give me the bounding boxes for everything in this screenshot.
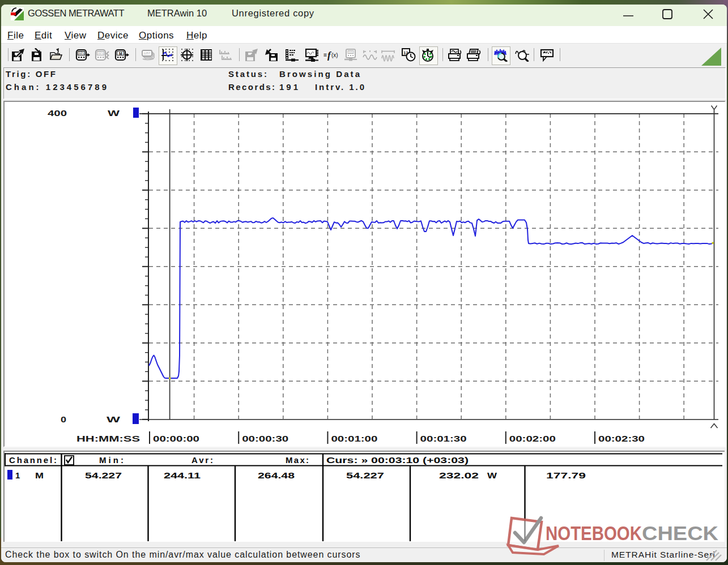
svg-text:Records:: Records: (228, 82, 275, 92)
svg-text:00:02:00: 00:02:00 (509, 434, 556, 443)
svg-text:400: 400 (48, 108, 67, 118)
svg-text:244.11: 244.11 (164, 470, 201, 480)
svg-text:Trig: OFF: Trig: OFF (6, 69, 56, 79)
svg-text:00:01:00: 00:01:00 (331, 434, 377, 443)
svg-text:HH:MM:SS: HH:MM:SS (76, 434, 140, 443)
svg-text:Channel:: Channel: (9, 455, 57, 465)
svg-text:00:01:30: 00:01:30 (420, 434, 467, 443)
svg-text:Status:: Status: (228, 69, 267, 79)
svg-text:191: 191 (279, 82, 298, 92)
svg-text:232.02: 232.02 (439, 470, 479, 480)
svg-text:W: W (107, 414, 121, 424)
svg-text:177.79: 177.79 (546, 470, 586, 480)
svg-text:Chan: 123456789: Chan: 123456789 (6, 82, 107, 92)
svg-text:00:00:00: 00:00:00 (153, 434, 199, 443)
svg-text:00:02:30: 00:02:30 (598, 434, 645, 443)
svg-text:1: 1 (15, 470, 20, 480)
svg-text:W: W (108, 108, 120, 118)
svg-text:Max:: Max: (286, 455, 309, 465)
svg-text:0: 0 (61, 414, 66, 424)
svg-text:54.227: 54.227 (85, 470, 122, 480)
svg-text:54.227: 54.227 (346, 470, 384, 480)
svg-text:Browsing Data: Browsing Data (279, 69, 360, 79)
svg-text:Avr:: Avr: (191, 455, 213, 465)
svg-text:Intrv. 1.0: Intrv. 1.0 (315, 82, 364, 92)
svg-text:00:00:30: 00:00:30 (242, 434, 288, 443)
svg-text:M: M (35, 470, 44, 480)
svg-text:264.48: 264.48 (258, 470, 295, 480)
svg-text:Curs: » 00:03:10 (+03:03): Curs: » 00:03:10 (+03:03) (326, 455, 469, 465)
svg-text:Min:: Min: (99, 455, 124, 465)
svg-text:W: W (487, 470, 497, 480)
